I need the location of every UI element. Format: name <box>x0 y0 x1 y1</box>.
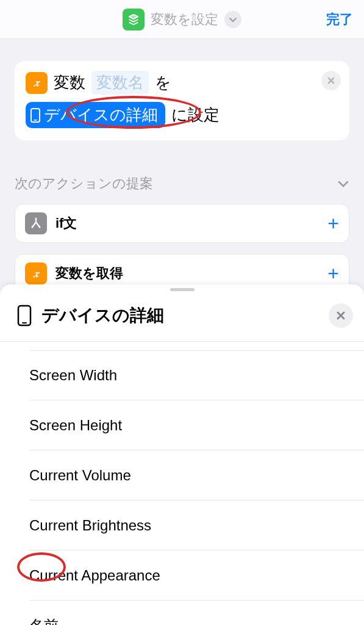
variable-picker-sheet: デバイスの詳細 Screen Width Screen Height Curre… <box>0 284 364 625</box>
add-suggestion-button[interactable]: + <box>327 262 339 285</box>
add-suggestion-button[interactable]: + <box>327 212 339 235</box>
list-item[interactable]: 名前 <box>29 601 364 625</box>
svg-rect-1 <box>34 120 37 121</box>
phone-icon <box>17 305 32 327</box>
suggestion-if[interactable]: if文 + <box>15 204 349 243</box>
sheet-list: Screen Width Screen Height Current Volum… <box>0 350 364 625</box>
variable-icon: 𝑥 <box>25 262 47 284</box>
delete-action-button[interactable] <box>321 71 341 90</box>
list-item[interactable]: Screen Width <box>29 350 364 400</box>
svg-point-3 <box>32 226 34 228</box>
branch-icon <box>25 212 47 234</box>
svg-rect-6 <box>22 322 27 323</box>
variable-icon: 𝑥 <box>26 72 48 94</box>
device-details-token[interactable]: デバイスの詳細 <box>26 102 165 128</box>
chevron-down-icon[interactable] <box>224 11 241 28</box>
svg-point-2 <box>35 218 37 220</box>
editor-header: 変数を設定 完了 <box>0 0 364 39</box>
list-item[interactable]: Current Brightness <box>29 500 364 551</box>
action-text-middle: を <box>155 72 171 93</box>
suggestion-label: 変数を取得 <box>55 264 123 283</box>
suggestions-header[interactable]: 次のアクションの提案 <box>15 175 349 193</box>
list-item[interactable]: Current Volume <box>29 450 364 500</box>
set-variable-app-icon <box>123 9 145 31</box>
list-item[interactable]: Screen Height <box>29 400 364 450</box>
header-title-group[interactable]: 変数を設定 <box>123 9 241 31</box>
sheet-title: デバイスの詳細 <box>41 304 164 327</box>
close-sheet-button[interactable] <box>329 303 353 328</box>
sheet-header: デバイスの詳細 <box>0 291 364 342</box>
done-button[interactable]: 完了 <box>326 10 353 29</box>
set-variable-action-card[interactable]: 𝑥 変数 変数名 を デバイスの詳細 に設定 <box>15 61 349 140</box>
phone-icon <box>30 108 40 123</box>
token-label: デバイスの詳細 <box>44 104 158 126</box>
svg-point-4 <box>39 226 41 228</box>
action-text-suffix: に設定 <box>171 104 219 126</box>
chevron-down-icon <box>337 178 349 190</box>
variable-name-field[interactable]: 変数名 <box>91 71 149 95</box>
list-item[interactable]: Current Appearance <box>29 551 364 601</box>
suggestions-title: 次のアクションの提案 <box>15 175 153 193</box>
suggestion-label: if文 <box>55 214 77 233</box>
header-title-text: 変数を設定 <box>151 10 218 29</box>
action-text-prefix: 変数 <box>54 72 85 93</box>
